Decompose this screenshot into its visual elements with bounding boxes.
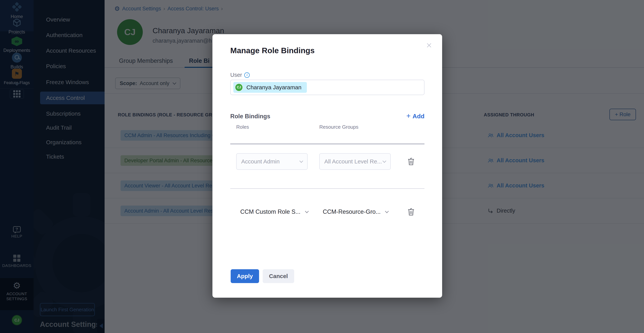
close-icon[interactable] <box>425 42 433 49</box>
role-select-disabled[interactable]: Account Admin <box>236 153 308 170</box>
resource-group-select-disabled[interactable]: All Account Level Re... <box>319 153 391 170</box>
apply-button[interactable]: Apply <box>231 269 259 283</box>
avatar: CJ <box>235 83 243 91</box>
plus-icon: + <box>406 112 411 120</box>
app-screen: Home Projects ∞ Deployments Builds ⚑ Fea… <box>0 0 644 333</box>
delete-role-binding-icon[interactable] <box>407 207 416 217</box>
role-select[interactable]: CCM Custom Role S... <box>240 203 308 220</box>
column-header-roles: Roles <box>236 124 249 130</box>
resource-group-select[interactable]: CCM-Resource-Gro... <box>323 203 388 220</box>
column-header-resource-groups: Resource Groups <box>319 124 358 130</box>
user-field-label: User i <box>230 72 250 78</box>
modal-title: Manage Role Bindings <box>230 46 315 55</box>
user-chip-name: Charanya Jayaraman <box>246 84 302 91</box>
user-input[interactable]: CJ Charanya Jayaraman <box>230 80 424 95</box>
add-role-binding-button[interactable]: + Add <box>406 113 424 120</box>
header-rule <box>230 144 424 144</box>
section-title: Role Bindings <box>230 113 270 120</box>
chevron-down-icon <box>382 159 386 163</box>
cancel-button[interactable]: Cancel <box>263 269 294 283</box>
delete-role-binding-icon[interactable] <box>407 157 416 166</box>
chevron-down-icon <box>305 209 309 213</box>
user-chip: CJ Charanya Jayaraman <box>233 82 307 93</box>
chevron-down-icon <box>385 209 389 213</box>
row-divider <box>230 188 424 189</box>
info-icon[interactable]: i <box>244 72 250 78</box>
manage-role-bindings-modal: Manage Role Bindings User i CJ Charanya … <box>212 34 442 298</box>
role-bindings-section-header: Role Bindings + Add <box>230 113 424 120</box>
chevron-down-icon <box>299 159 303 163</box>
